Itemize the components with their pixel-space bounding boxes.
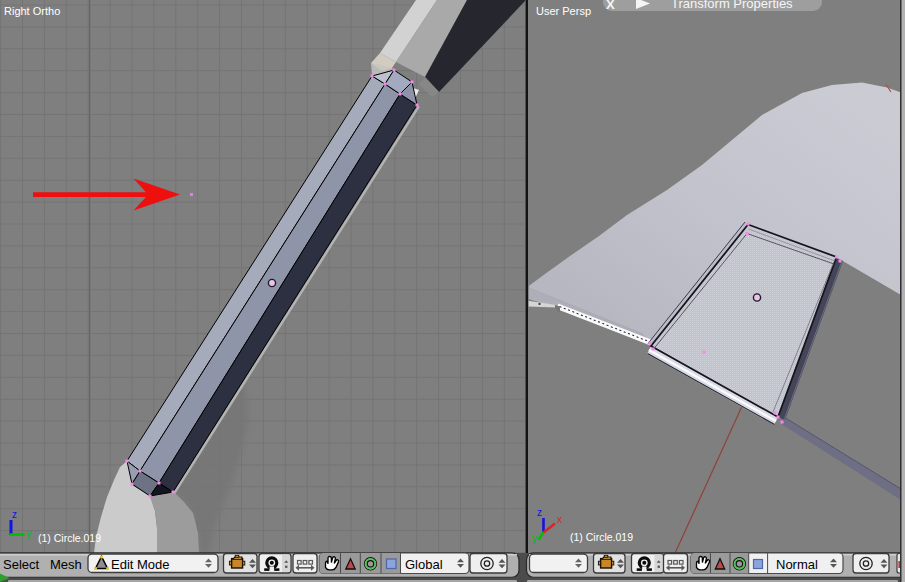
svg-text:X: X (606, 0, 615, 12)
svg-text:z: z (12, 509, 17, 520)
svg-text:Edit Mode: Edit Mode (111, 557, 170, 572)
svg-text:z: z (537, 507, 542, 518)
svg-text:(1) Circle.019: (1) Circle.019 (38, 532, 101, 544)
svg-text:Transform Properties: Transform Properties (671, 0, 793, 11)
svg-text:(1) Circle.019: (1) Circle.019 (570, 531, 633, 543)
svg-text:Select: Select (3, 557, 40, 572)
svg-text:Global: Global (405, 557, 443, 572)
svg-text:User Persp: User Persp (536, 5, 591, 17)
svg-text:y: y (27, 528, 32, 539)
svg-text:Mesh: Mesh (50, 557, 82, 572)
svg-text:x: x (557, 514, 562, 525)
svg-text:Normal: Normal (776, 557, 818, 572)
svg-text:Right Ortho: Right Ortho (4, 5, 60, 17)
svg-text:y: y (532, 533, 537, 544)
